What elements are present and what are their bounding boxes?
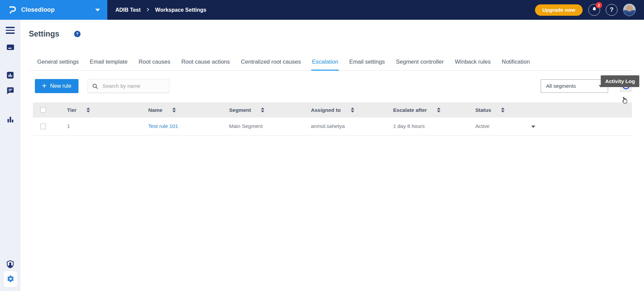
bar-chart-icon — [6, 115, 15, 125]
app-root: Closedloop ADIB Test › Workspace Setting… — [0, 0, 644, 291]
tab-root-cause-actions[interactable]: Root cause actions — [181, 59, 230, 70]
workspace-switcher[interactable]: Closedloop — [0, 0, 107, 20]
chevron-down-icon — [95, 9, 100, 11]
breadcrumb: ADIB Test › Workspace Settings — [115, 7, 206, 13]
sidebar-item-admin[interactable] — [0, 260, 20, 270]
cell-assigned-to: anmol.sahetya — [311, 118, 393, 135]
column-header-tier: Tier — [67, 107, 76, 113]
column-header-name: Name — [148, 107, 162, 113]
tab-segment-controller[interactable]: Segment controller — [396, 59, 444, 70]
sidebar-item-analytics[interactable] — [0, 115, 20, 125]
search-box — [88, 79, 169, 93]
new-rule-label: New rule — [50, 83, 71, 89]
question-mark-icon: ? — [610, 6, 613, 13]
tab-general-settings[interactable]: General settings — [37, 59, 79, 70]
chat-icon — [6, 86, 15, 96]
gear-icon — [7, 275, 14, 284]
sidebar-item-settings[interactable] — [4, 271, 17, 287]
notification-badge: 2 — [596, 2, 602, 8]
sort-segment-icon[interactable] — [261, 107, 264, 113]
escalation-rules-table: Tier Name Segment Assigned to Escalate a… — [33, 102, 632, 136]
sidebar — [0, 20, 20, 291]
tab-winback-rules[interactable]: Winback rules — [455, 59, 491, 70]
topbar: Closedloop ADIB Test › Workspace Setting… — [0, 0, 644, 20]
select-all-checkbox[interactable] — [40, 107, 46, 113]
cell-status: Active — [475, 118, 526, 135]
activity-log-tooltip: Activity Log — [601, 75, 639, 87]
new-rule-button[interactable]: + New rule — [35, 79, 78, 93]
breadcrumb-workspace[interactable]: ADIB Test — [115, 7, 141, 13]
sidebar-item-surveys[interactable] — [0, 43, 20, 53]
tab-email-template[interactable]: Email template — [90, 59, 127, 70]
notifications-button[interactable]: 2 — [588, 4, 600, 16]
help-button[interactable]: ? — [606, 4, 618, 16]
sort-assigned-to-icon[interactable] — [351, 107, 354, 113]
column-header-escalate-after: Escalate after — [393, 107, 427, 113]
cell-tier: 1 — [67, 118, 148, 135]
card-icon — [6, 43, 15, 53]
sidebar-item-feedback[interactable] — [0, 86, 20, 96]
sort-status-icon[interactable] — [501, 107, 504, 113]
chart-square-icon — [6, 71, 14, 81]
plus-icon: + — [42, 82, 46, 90]
table-row: 1 Test rule 101 Main Segment anmol.sahet… — [33, 118, 632, 135]
menu-toggle-icon[interactable] — [0, 27, 20, 34]
rule-name-link[interactable]: Test rule 101 — [148, 123, 178, 129]
chevron-right-icon: › — [147, 6, 149, 13]
column-header-assigned-to: Assigned to — [311, 107, 341, 113]
column-header-status: Status — [475, 107, 491, 113]
tab-root-causes[interactable]: Root causes — [139, 59, 170, 70]
row-checkbox[interactable] — [40, 124, 46, 129]
table-header-row: Tier Name Segment Assigned to Escalate a… — [33, 102, 632, 118]
topbar-actions: Upgrade now 2 ? — [535, 4, 644, 16]
tab-email-settings[interactable]: Email settings — [349, 59, 385, 70]
shield-user-icon — [6, 260, 15, 270]
search-input[interactable] — [88, 79, 169, 93]
escalation-toolbar: + New rule All segments — [29, 79, 632, 93]
settings-tab-bar: General settings Email template Root cau… — [29, 59, 632, 71]
tab-centralized-root-causes[interactable]: Centralized root causes — [241, 59, 301, 70]
row-actions-dropdown-icon[interactable] — [531, 126, 535, 128]
search-icon — [92, 83, 99, 90]
user-avatar[interactable] — [623, 4, 636, 16]
upgrade-now-button[interactable]: Upgrade now — [535, 4, 583, 16]
column-header-segment: Segment — [229, 107, 251, 113]
segment-filter-dropdown[interactable]: All segments — [541, 79, 608, 93]
sort-escalate-after-icon[interactable] — [437, 107, 440, 113]
tab-escalation[interactable]: Escalation — [312, 59, 338, 70]
tab-notification[interactable]: Notification — [502, 59, 530, 70]
cell-segment: Main Segment — [229, 118, 311, 135]
cell-escalate-after: 1 day 8 hours — [393, 118, 475, 135]
settings-help-icon[interactable]: ? — [74, 31, 80, 37]
breadcrumb-page: Workspace Settings — [155, 7, 207, 13]
sort-tier-icon[interactable] — [87, 107, 90, 113]
brand-name: Closedloop — [21, 6, 55, 13]
sidebar-item-dashboard[interactable] — [0, 71, 20, 81]
sort-name-icon[interactable] — [172, 107, 176, 113]
main-content: Settings ? General settings Email templa… — [20, 20, 644, 291]
questionpro-logo-icon — [8, 5, 17, 14]
page-title: Settings — [29, 29, 59, 39]
segment-filter-value: All segments — [546, 83, 576, 89]
